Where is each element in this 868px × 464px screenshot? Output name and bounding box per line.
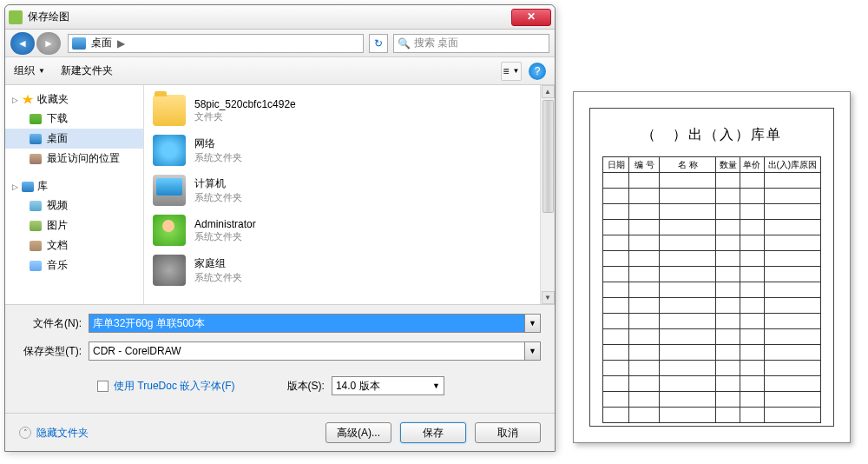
new-folder-button[interactable]: 新建文件夹 (61, 63, 113, 78)
filetype-select[interactable]: CDR - CorelDRAW (89, 341, 525, 361)
table-cell (603, 298, 629, 314)
table-cell (764, 282, 820, 298)
table-cell (629, 204, 660, 220)
sidebar-item[interactable]: 下载 (5, 109, 143, 129)
table-cell (716, 392, 740, 408)
table-cell (764, 235, 820, 251)
desktop-icon (72, 37, 86, 50)
view-button[interactable]: ≡▼ (501, 62, 522, 81)
folder-icon (30, 201, 42, 211)
table-cell (629, 392, 660, 408)
location-text: 桌面 (91, 36, 112, 50)
sidebar-item[interactable]: 最近访问的位置 (5, 149, 143, 169)
table-cell (764, 345, 820, 361)
truedoc-label: 使用 TrueDoc 嵌入字体(F) (114, 379, 235, 394)
table-cell (716, 282, 740, 298)
table-row (603, 235, 821, 251)
table-cell (740, 392, 765, 408)
file-item[interactable]: 家庭组系统文件夹 (144, 250, 540, 290)
table-cell (660, 220, 716, 235)
advanced-button[interactable]: 高级(A)... (326, 422, 391, 443)
table-row (603, 314, 821, 329)
file-item[interactable]: 58pic_520cbfc1c492e文件夹 (144, 90, 540, 130)
table-cell (764, 361, 820, 376)
scroll-down-button[interactable]: ▼ (542, 291, 555, 304)
sidebar-item-label: 下载 (47, 111, 68, 126)
table-row (603, 251, 821, 267)
close-button[interactable]: ✕ (511, 9, 551, 26)
table-cell (764, 329, 820, 345)
nav-back-button[interactable]: ◄ (10, 32, 35, 55)
table-row (603, 329, 821, 345)
inventory-table: 日期编 号名 称数量单价出(入)库原因 (602, 156, 821, 423)
table-row (603, 189, 821, 204)
search-input[interactable]: 🔍 搜索 桌面 (393, 34, 549, 53)
table-cell (764, 220, 820, 235)
filename-dropdown[interactable]: ▼ (525, 314, 541, 333)
table-cell (740, 345, 765, 361)
table-cell (660, 282, 716, 298)
file-item[interactable]: 计算机系统文件夹 (144, 170, 540, 210)
table-cell (660, 204, 716, 220)
sidebar-item-label: 视频 (47, 198, 68, 213)
scrollbar[interactable]: ▲ ▼ (540, 85, 555, 304)
table-cell (740, 408, 765, 423)
table-cell (764, 267, 820, 282)
sidebar-item[interactable]: 视频 (5, 196, 143, 215)
table-cell (764, 408, 820, 423)
favorites-header[interactable]: ▷ 收藏夹 (5, 90, 143, 109)
table-row (603, 345, 821, 361)
sidebar-item-label: 最近访问的位置 (47, 151, 120, 166)
libraries-header[interactable]: ▷ 库 (5, 177, 143, 196)
table-header: 出(入)库原因 (764, 157, 820, 173)
filename-input[interactable]: 库单32开60g 单联500本 (89, 314, 525, 333)
filetype-label: 保存类型(T): (19, 344, 82, 359)
table-cell (764, 392, 820, 408)
sidebar-item[interactable]: 音乐 (5, 255, 143, 275)
address-bar[interactable]: 桌面 ▶ (68, 34, 364, 53)
file-item[interactable]: Administrator系统文件夹 (144, 210, 540, 250)
scroll-up-button[interactable]: ▲ (542, 85, 555, 98)
table-cell (660, 189, 716, 204)
table-cell (603, 361, 629, 376)
sidebar-item[interactable]: 图片 (5, 215, 143, 235)
table-cell (629, 361, 660, 376)
table-cell (603, 329, 629, 345)
table-row (603, 173, 821, 189)
document-preview: （ ）出（入）库单 日期编 号名 称数量单价出(入)库原因 (573, 91, 851, 443)
hidden-folders-toggle[interactable]: ˄ 隐藏文件夹 (19, 426, 89, 441)
file-type: 系统文件夹 (194, 191, 242, 204)
table-header: 日期 (603, 157, 629, 173)
table-header: 单价 (740, 157, 765, 173)
file-item[interactable]: 网络系统文件夹 (144, 130, 540, 170)
refresh-button[interactable]: ↻ (369, 34, 388, 53)
table-cell (660, 392, 716, 408)
cancel-button[interactable]: 取消 (475, 422, 541, 443)
scroll-thumb[interactable] (542, 100, 554, 213)
chevron-up-icon: ˄ (19, 427, 31, 439)
file-icon (153, 215, 186, 246)
table-row (603, 282, 821, 298)
organize-button[interactable]: 组织▼ (14, 63, 45, 78)
version-select[interactable]: 14.0 版本▼ (332, 376, 444, 395)
file-name: 计算机 (194, 176, 242, 191)
sidebar-item[interactable]: 文档 (5, 235, 143, 255)
search-placeholder: 搜索 桌面 (414, 36, 458, 50)
table-cell (740, 204, 765, 220)
table-cell (629, 345, 660, 361)
folder-icon (30, 241, 42, 251)
sidebar-item[interactable]: 桌面 (5, 129, 143, 149)
table-cell (603, 408, 629, 423)
file-icon (153, 255, 186, 286)
help-button[interactable]: ? (529, 63, 546, 80)
table-cell (660, 235, 716, 251)
nav-forward-button[interactable]: ► (36, 32, 61, 55)
truedoc-checkbox[interactable] (97, 381, 108, 392)
save-button[interactable]: 保存 (400, 422, 466, 443)
collapse-icon: ▷ (12, 182, 18, 191)
filetype-dropdown[interactable]: ▼ (525, 341, 541, 361)
file-name: 58pic_520cbfc1c492e (194, 98, 296, 110)
table-row (603, 267, 821, 282)
table-cell (660, 329, 716, 345)
table-row (603, 392, 821, 408)
